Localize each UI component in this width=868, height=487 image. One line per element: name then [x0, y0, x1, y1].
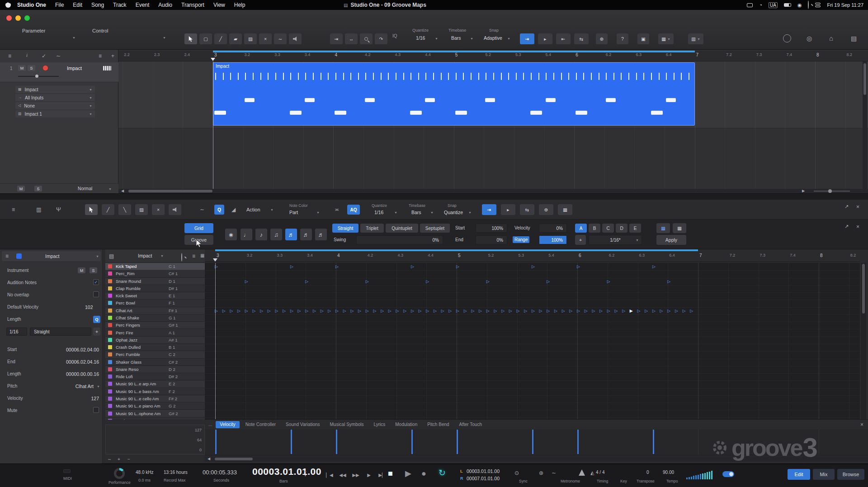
length-quantize-button[interactable]: Q [93, 316, 100, 323]
secondary-time[interactable]: 00:00:05.333 [203, 469, 237, 476]
drum-note[interactable]: ▷ [448, 309, 452, 313]
ed-crosshair-icon[interactable]: ⊕ [539, 204, 553, 215]
settings-gear-icon[interactable]: ⊛ [539, 470, 543, 476]
drum-note[interactable]: ▷ [660, 309, 663, 313]
drum-note[interactable]: ▷ [237, 309, 241, 313]
timebase-value-dropdown[interactable]: Bars [451, 35, 461, 41]
velocity-lane[interactable] [205, 429, 868, 455]
pitch-value-dropdown[interactable]: Clhat Art [75, 384, 94, 389]
key-label[interactable]: Key [620, 479, 627, 483]
browse-view-button[interactable]: Browse [837, 469, 864, 480]
action-menu[interactable]: Action [246, 207, 260, 212]
pitch-list-icon[interactable]: ▤ [109, 253, 114, 259]
part-color-chip[interactable] [16, 253, 22, 259]
drum-row-ride-lofi[interactable]: Ride LofiD# 2 [105, 373, 205, 380]
mute-checkbox[interactable] [93, 407, 99, 413]
play-from-button[interactable]: ▶ [363, 470, 375, 479]
automation-mode-caret-icon[interactable]: ▼ [108, 187, 112, 191]
length-add-button[interactable]: + [93, 328, 100, 336]
tempo-value[interactable]: 90.00 [663, 470, 674, 475]
ed-snap-start-icon[interactable]: ⇥ [482, 204, 496, 215]
close-window-button[interactable] [6, 15, 12, 21]
menu-track[interactable]: Track [108, 0, 131, 10]
battery-icon[interactable] [784, 3, 791, 7]
arrange-hscroll[interactable]: ◀ ▶ [118, 189, 868, 193]
drum-note[interactable]: ▷ [645, 309, 648, 313]
lane-tab-velocity[interactable]: Velocity [216, 421, 239, 428]
arrange-zoom-handle[interactable] [828, 189, 832, 193]
track-list-menu-icon[interactable]: ≡ [8, 53, 11, 59]
drum-note[interactable]: ▷ [230, 309, 233, 313]
zoom-tool-icon[interactable] [360, 33, 373, 44]
drum-note[interactable]: ▷ [290, 265, 293, 269]
feel-mode-septuplet[interactable]: Septuplet [420, 224, 450, 233]
drum-note[interactable]: ▷ [411, 309, 414, 313]
bend-tool[interactable]: ∼ [274, 33, 287, 44]
track-io-row-impact[interactable]: ▦Impact▼ [15, 86, 95, 93]
macro-icon[interactable]: ↷ [375, 33, 387, 44]
lane-tab-musical-symbols[interactable]: Musical Symbols [326, 421, 368, 428]
add-track-icon[interactable]: + [111, 53, 114, 59]
action-caret-icon[interactable]: ▼ [270, 208, 274, 211]
lane-scroll-left-icon[interactable]: ◀ [208, 457, 210, 461]
drum-note[interactable]: ▷ [547, 280, 550, 284]
drum-note[interactable]: ▷ [509, 309, 512, 313]
groove-close-icon[interactable]: × [856, 224, 859, 229]
velocity-value-field[interactable]: 127 [91, 396, 99, 401]
menu-file[interactable]: File [51, 0, 68, 10]
drum-row-clhat-art[interactable]: Clhat ArtF# 1 [105, 307, 205, 314]
menu-view[interactable]: View [209, 0, 230, 10]
record-button[interactable]: ● [421, 469, 426, 478]
arrange-zoom-slider[interactable] [814, 191, 850, 192]
performance-meter[interactable] [114, 468, 125, 479]
track-expand-icon[interactable]: ↔ [345, 33, 358, 44]
drum-note[interactable]: ▷ [532, 265, 535, 269]
lane-hscroll[interactable]: ◀ [205, 456, 868, 462]
arrange-loop-region[interactable] [213, 51, 695, 52]
drum-note[interactable]: ▷ [283, 309, 286, 313]
mixer-view-icon[interactable]: ▥▼ [688, 33, 703, 44]
snap-caret-icon[interactable]: ▼ [507, 37, 510, 40]
split-tool[interactable]: ╱ [214, 33, 227, 44]
drum-note[interactable]: ▷ [539, 309, 542, 313]
feel-mode-straight[interactable]: Straight [332, 224, 359, 233]
note-value-2[interactable]: ♫ [270, 229, 282, 240]
start-value-field[interactable]: 00006.02.04.00 [66, 347, 99, 352]
drum-note[interactable]: ▷ [419, 309, 422, 313]
apply-button[interactable]: Apply [656, 235, 686, 245]
drum-row-perc-fumble[interactable]: Perc FumbleC 2 [105, 351, 205, 358]
drum-note[interactable]: ▷ [577, 309, 580, 313]
drum-row-perc-fire[interactable]: Perc FireA 1 [105, 329, 205, 336]
drum-note[interactable]: ▷ [652, 309, 656, 313]
loop-end-time[interactable]: 00007.01.01.00 [467, 476, 500, 481]
aq-button[interactable]: AQ [347, 205, 360, 215]
range-field[interactable]: 100% [539, 235, 567, 244]
drum-note[interactable]: ▷ [373, 309, 376, 313]
drum-note[interactable]: ▷ [441, 309, 444, 313]
track-list-icon[interactable]: ≡ [99, 53, 102, 59]
drum-note[interactable]: ▷ [366, 280, 369, 284]
groove-slot-d[interactable]: D [616, 224, 627, 233]
arrange-hscroll-thumb[interactable] [128, 190, 212, 192]
zoom-q-button[interactable]: Q [214, 205, 224, 215]
velocity-bar[interactable] [336, 430, 337, 454]
parameter-caret-icon[interactable]: ▼ [72, 36, 75, 39]
minimize-window-button[interactable] [15, 15, 21, 21]
default-velocity-value[interactable]: 102 [85, 304, 93, 310]
snap-relative-icon[interactable]: ⇆ [574, 33, 589, 44]
drum-row-shaker-glass[interactable]: Shaker GlassC# 2 [105, 359, 205, 366]
loop-button[interactable]: ↻ [439, 468, 446, 477]
menu-clock[interactable]: Fri 19 Sep 11:27 [827, 2, 863, 8]
drum-note[interactable]: ▷ [426, 309, 429, 313]
velocity-bar[interactable] [457, 430, 458, 454]
drum-note[interactable]: ▷ [607, 309, 610, 313]
drum-note[interactable]: ▷ [464, 309, 467, 313]
snap-value-dropdown[interactable]: Adaptive [484, 35, 502, 41]
track-name[interactable]: Impact [67, 66, 82, 71]
drum-note[interactable]: ▷ [350, 309, 354, 313]
track-io-row-impact-1[interactable]: ▥Impact 1▼ [15, 110, 95, 117]
length-feel-dropdown[interactable]: Straight [30, 328, 91, 336]
drum-row-kick-sweet[interactable]: Kick SweetE 1 [105, 292, 205, 300]
selected-note[interactable]: ▶ [630, 309, 633, 313]
track-header[interactable]: 1 M S Impact [0, 62, 118, 82]
